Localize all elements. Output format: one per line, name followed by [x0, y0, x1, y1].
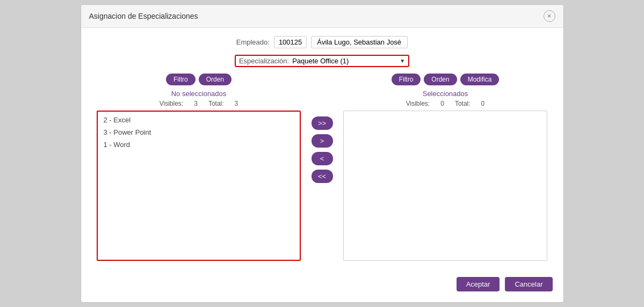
- especializacion-wrapper: Especialización: Paquete Office (1) ▼: [235, 55, 409, 67]
- transfer-one-right-button[interactable]: >: [312, 134, 333, 148]
- especializacion-label: Especialización:: [239, 57, 289, 65]
- modal-backdrop: Asignacion de Especializaciones × Emplea…: [0, 0, 644, 307]
- list-item[interactable]: 2 - Excel: [98, 114, 299, 126]
- left-total-value: 3: [235, 100, 238, 107]
- modal-body: Empleado: 100125 Ávila Lugo, Sebastian J…: [81, 28, 563, 269]
- modal-dialog: Asignacion de Especializaciones × Emplea…: [81, 4, 564, 303]
- right-column: Filtro Orden Modifica Seleccionados Visi…: [338, 74, 553, 261]
- left-total-label: Total:: [208, 100, 224, 107]
- modal-title: Asignacion de Especializaciones: [89, 12, 198, 20]
- right-modifica-button[interactable]: Modifica: [460, 74, 500, 85]
- aceptar-button[interactable]: Aceptar: [457, 277, 500, 291]
- left-visibles-label: Visibles:: [160, 100, 183, 107]
- cancelar-button[interactable]: Cancelar: [505, 277, 552, 291]
- transfer-all-right-button[interactable]: >>: [312, 116, 333, 130]
- right-section-title: Seleccionados: [423, 90, 468, 98]
- left-filtro-button[interactable]: Filtro: [166, 74, 196, 85]
- employee-name: Ávila Lugo, Sebastian José: [311, 36, 408, 48]
- left-section-title: No seleccionados: [171, 90, 227, 98]
- list-item[interactable]: 3 - Power Point: [98, 126, 299, 138]
- right-orden-button[interactable]: Orden: [424, 74, 457, 85]
- right-stats-row: Visibles: 0 Total: 0: [406, 100, 485, 107]
- right-total-label: Total:: [455, 100, 471, 107]
- close-button[interactable]: ×: [544, 10, 555, 22]
- columns-area: Filtro Orden No seleccionados Visibles: …: [92, 74, 553, 261]
- employee-id: 100125: [274, 36, 307, 48]
- especializacion-select[interactable]: Paquete Office (1): [292, 57, 400, 65]
- right-total-value: 0: [481, 100, 485, 107]
- transfer-all-left-button[interactable]: <<: [312, 170, 333, 183]
- footer-row: Aceptar Cancelar: [81, 269, 563, 291]
- left-column: Filtro Orden No seleccionados Visibles: …: [92, 74, 306, 261]
- transfer-column: >> > < <<: [306, 74, 338, 183]
- left-list-box[interactable]: 2 - Excel 3 - Power Point 1 - Word: [97, 111, 300, 261]
- right-column-buttons: Filtro Orden Modifica: [392, 74, 500, 85]
- right-visibles-value: 0: [440, 100, 444, 107]
- especializacion-row: Especialización: Paquete Office (1) ▼: [92, 55, 553, 67]
- modal-header: Asignacion de Especializaciones ×: [81, 5, 563, 28]
- left-orden-button[interactable]: Orden: [199, 74, 231, 85]
- right-filtro-button[interactable]: Filtro: [392, 74, 421, 85]
- left-column-buttons: Filtro Orden: [166, 74, 231, 85]
- employee-row: Empleado: 100125 Ávila Lugo, Sebastian J…: [92, 36, 553, 48]
- select-arrow-icon: ▼: [400, 58, 405, 64]
- list-item[interactable]: 1 - Word: [98, 138, 299, 151]
- right-visibles-label: Visibles:: [406, 100, 430, 107]
- employee-label: Empleado:: [236, 38, 270, 46]
- left-visibles-value: 3: [194, 100, 198, 107]
- right-list-box[interactable]: [343, 111, 547, 261]
- left-stats-row: Visibles: 3 Total: 3: [160, 100, 238, 107]
- transfer-one-left-button[interactable]: <: [312, 152, 333, 165]
